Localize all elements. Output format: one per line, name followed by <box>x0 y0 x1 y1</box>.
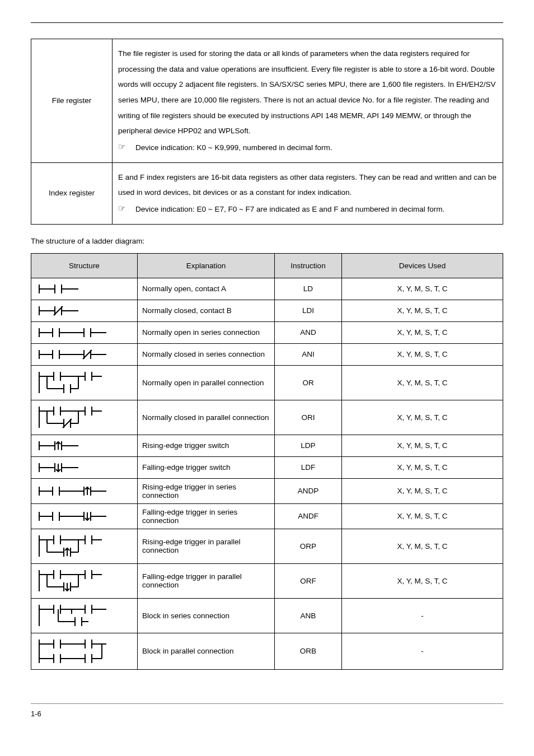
devices-cell: X, Y, M, S, T, C <box>342 278 503 300</box>
ladder-symbol-icon <box>31 278 138 300</box>
instruction-cell: ANDP <box>275 478 342 503</box>
register-definitions-table: File registerThe file register is used f… <box>31 39 503 225</box>
ladder-symbol-icon <box>31 400 138 435</box>
table-row: Rising-edge trigger switchLDPX, Y, M, S,… <box>31 435 503 456</box>
bottom-horizontal-rule <box>31 703 503 704</box>
header-structure: Structure <box>31 253 138 278</box>
pointer-icon: ☞ <box>118 202 125 215</box>
table-row: Rising-edge trigger in series connection… <box>31 478 503 503</box>
explanation-cell: Normally closed in parallel connection <box>138 400 275 435</box>
explanation-cell: Block in parallel connection <box>138 633 275 669</box>
instruction-cell: ANI <box>275 343 342 365</box>
explanation-cell: Falling-edge trigger switch <box>138 456 275 478</box>
structure-caption: The structure of a ladder diagram: <box>31 237 503 245</box>
explanation-cell: Rising-edge trigger in parallel connecti… <box>138 529 275 563</box>
devices-cell: X, Y, M, S, T, C <box>342 435 503 456</box>
devices-cell: X, Y, M, S, T, C <box>342 321 503 343</box>
instruction-cell: LDI <box>275 300 342 321</box>
table-row: Normally open in parallel connectionORX,… <box>31 365 503 400</box>
devices-cell: X, Y, M, S, T, C <box>342 456 503 478</box>
explanation-cell: Normally closed in series connection <box>138 343 275 365</box>
devices-cell: X, Y, M, S, T, C <box>342 300 503 321</box>
register-label: Index register <box>31 162 113 224</box>
ladder-symbol-icon <box>31 435 138 456</box>
explanation-cell: Normally closed, contact B <box>138 300 275 321</box>
explanation-cell: Normally open, contact A <box>138 278 275 300</box>
instruction-cell: LDF <box>275 456 342 478</box>
pointer-icon: ☞ <box>118 140 125 153</box>
ladder-symbol-icon <box>31 321 138 343</box>
header-devices: Devices Used <box>342 253 503 278</box>
register-description: E and F index registers are 16-bit data … <box>113 162 503 224</box>
explanation-cell: Rising-edge trigger in series connection <box>138 478 275 503</box>
ladder-symbol-icon <box>31 598 138 633</box>
table-row: Normally closed in series connectionANIX… <box>31 343 503 365</box>
ladder-symbol-icon <box>31 300 138 321</box>
explanation-cell: Block in series connection <box>138 598 275 633</box>
explanation-cell: Normally open in series connection <box>138 321 275 343</box>
ladder-symbol-icon <box>31 478 138 503</box>
ladder-symbol-icon <box>31 456 138 478</box>
explanation-cell: Falling-edge trigger in series connectio… <box>138 503 275 529</box>
instruction-cell: ANB <box>275 598 342 633</box>
explanation-cell: Rising-edge trigger switch <box>138 435 275 456</box>
devices-cell: X, Y, M, S, T, C <box>342 343 503 365</box>
ladder-symbol-icon <box>31 563 138 598</box>
table-row: Normally open in series connectionANDX, … <box>31 321 503 343</box>
devices-cell: X, Y, M, S, T, C <box>342 563 503 598</box>
top-horizontal-rule <box>31 22 503 23</box>
header-explanation: Explanation <box>138 253 275 278</box>
instruction-cell: OR <box>275 365 342 400</box>
devices-cell: - <box>342 598 503 633</box>
instruction-cell: ANDF <box>275 503 342 529</box>
instruction-cell: AND <box>275 321 342 343</box>
devices-cell: X, Y, M, S, T, C <box>342 400 503 435</box>
page-number: 1-6 <box>31 710 503 718</box>
ladder-symbol-icon <box>31 633 138 669</box>
ladder-structure-table: Structure Explanation Instruction Device… <box>31 253 503 670</box>
ladder-symbol-icon <box>31 529 138 563</box>
instruction-cell: ORP <box>275 529 342 563</box>
table-row: Block in series connectionANB- <box>31 598 503 633</box>
table-row: Block in parallel connectionORB- <box>31 633 503 669</box>
instruction-cell: ORI <box>275 400 342 435</box>
devices-cell: X, Y, M, S, T, C <box>342 478 503 503</box>
table-row: Normally closed in parallel connectionOR… <box>31 400 503 435</box>
header-instruction: Instruction <box>275 253 342 278</box>
register-label: File register <box>31 39 113 163</box>
ladder-symbol-icon <box>31 503 138 529</box>
instruction-cell: ORB <box>275 633 342 669</box>
bullet-text: Device indication: K0 ~ K9,999, numbered… <box>135 140 332 156</box>
bullet-text: Device indication: E0 ~ E7, F0 ~ F7 are … <box>135 202 444 217</box>
instruction-cell: ORF <box>275 563 342 598</box>
devices-cell: X, Y, M, S, T, C <box>342 529 503 563</box>
ladder-symbol-icon <box>31 365 138 400</box>
table-row: Rising-edge trigger in parallel connecti… <box>31 529 503 563</box>
table-row: Falling-edge trigger switchLDFX, Y, M, S… <box>31 456 503 478</box>
ladder-symbol-icon <box>31 343 138 365</box>
instruction-cell: LD <box>275 278 342 300</box>
register-description: The file register is used for storing th… <box>113 39 503 163</box>
explanation-cell: Falling-edge trigger in parallel connect… <box>138 563 275 598</box>
explanation-cell: Normally open in parallel connection <box>138 365 275 400</box>
table-row: Falling-edge trigger in series connectio… <box>31 503 503 529</box>
devices-cell: - <box>342 633 503 669</box>
table-row: Normally closed, contact BLDIX, Y, M, S,… <box>31 300 503 321</box>
instruction-cell: LDP <box>275 435 342 456</box>
devices-cell: X, Y, M, S, T, C <box>342 503 503 529</box>
table-row: Falling-edge trigger in parallel connect… <box>31 563 503 598</box>
devices-cell: X, Y, M, S, T, C <box>342 365 503 400</box>
table-row: Normally open, contact ALDX, Y, M, S, T,… <box>31 278 503 300</box>
